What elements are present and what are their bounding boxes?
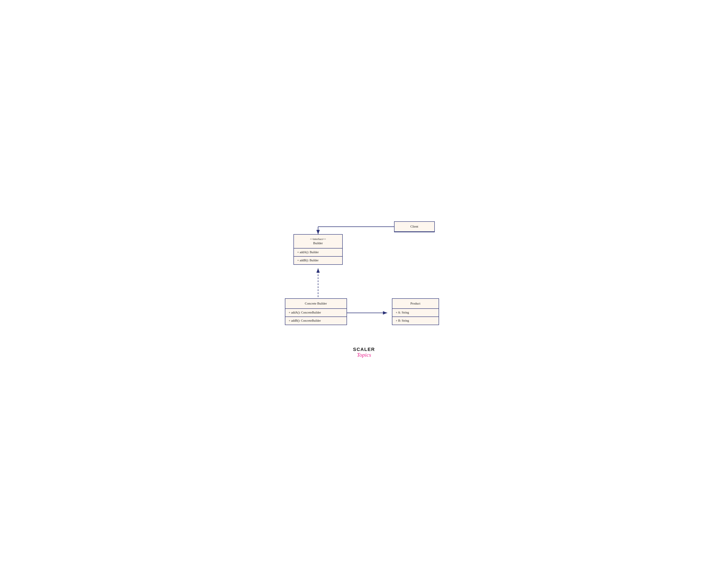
client-box: Client (394, 221, 435, 232)
builder-name: Builder (297, 241, 339, 245)
builder-method-2: + addB(): Builder (294, 257, 342, 264)
product-box: Product + A: String + B: String (392, 298, 439, 325)
svg-marker-5 (316, 268, 320, 273)
scaler-text: SCALER (353, 347, 375, 352)
scaler-logo: SCALER Topics (353, 347, 375, 358)
concrete-builder-box: Concrete Builder + addA(): ConcreteBuild… (285, 298, 347, 325)
builder-stereotype: <<interface>> (297, 237, 339, 241)
concrete-builder-method-2: + addB(): ConcreteBuilder (285, 317, 347, 325)
product-field-1: + A: String (392, 309, 439, 317)
svg-marker-3 (316, 230, 320, 234)
builder-method-1: + addA(): Builder (294, 248, 342, 257)
builder-box: <<interface>> Builder + addA(): Builder … (293, 234, 343, 265)
product-field-2: + B: String (392, 317, 439, 325)
concrete-builder-name: Concrete Builder (305, 302, 327, 305)
product-header: Product (392, 299, 439, 309)
product-name: Product (411, 302, 421, 305)
client-label: Client (411, 225, 418, 228)
topics-text: Topics (353, 352, 375, 358)
builder-header: <<interface>> Builder (294, 235, 342, 248)
concrete-builder-header: Concrete Builder (285, 299, 347, 309)
client-header: Client (394, 222, 434, 232)
concrete-builder-method-1: + addA(): ConcreteBuilder (285, 309, 347, 317)
svg-marker-7 (383, 311, 387, 315)
diagram-container: Client <<interface>> Builder + addA(): B… (272, 209, 456, 362)
